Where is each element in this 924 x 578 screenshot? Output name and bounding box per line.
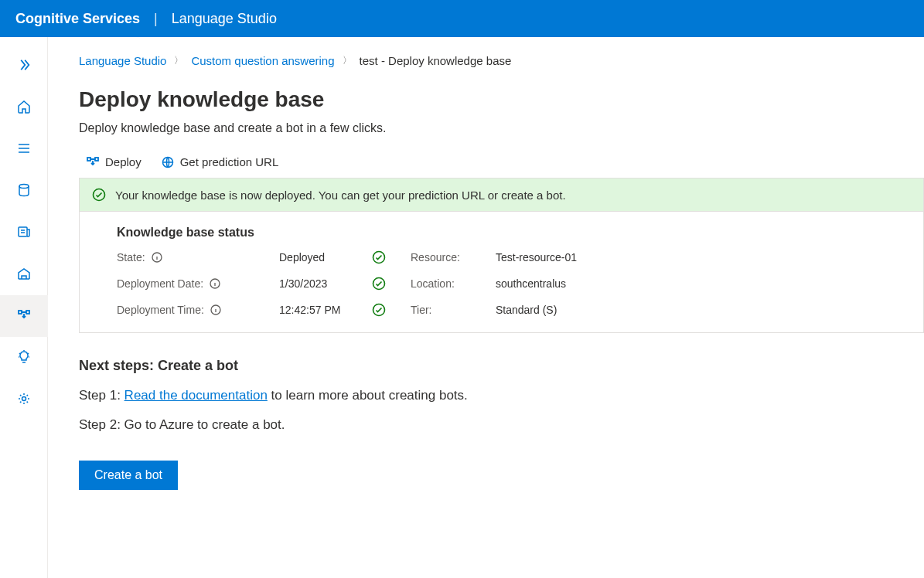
- sidebar-settings[interactable]: [0, 379, 48, 420]
- deploy-button[interactable]: Deploy: [87, 155, 141, 168]
- status-label: Tier:: [411, 304, 496, 316]
- sidebar-data[interactable]: [0, 170, 48, 212]
- deploy-label: Deploy: [105, 155, 141, 168]
- status-label: Deployment Date:: [117, 277, 279, 290]
- globe-icon: [162, 156, 174, 168]
- breadcrumb-link-cqa[interactable]: Custom question answering: [191, 54, 334, 67]
- sidebar-news[interactable]: [0, 212, 48, 253]
- chevron-right-icon: 〉: [343, 54, 352, 67]
- step-2: Step 2: Go to Azure to create a bot.: [79, 417, 924, 433]
- breadcrumb-current: test - Deploy knowledge base: [360, 54, 512, 67]
- status-label: Deployment Time:: [117, 304, 279, 316]
- sidebar: [0, 37, 48, 578]
- status-value: Standard (S): [496, 304, 886, 316]
- get-url-label: Get prediction URL: [180, 155, 279, 168]
- product-name[interactable]: Language Studio: [172, 11, 277, 27]
- separator: |: [154, 11, 158, 27]
- svg-rect-2: [19, 311, 22, 314]
- svg-point-4: [22, 396, 26, 400]
- chevron-expand-icon: [16, 57, 32, 75]
- sidebar-expand[interactable]: [0, 45, 48, 87]
- news-icon: [16, 224, 32, 242]
- status-label: Resource:: [411, 251, 496, 264]
- page-title: Deploy knowledge base: [79, 87, 924, 112]
- status-grid: State: Deployed Resource: Test-resource-…: [117, 250, 886, 317]
- status-card: Knowledge base status State: Deployed Re…: [79, 211, 924, 333]
- breadcrumb: Language Studio 〉 Custom question answer…: [79, 54, 924, 67]
- sidebar-deploy[interactable]: [0, 295, 48, 337]
- list-icon: [16, 141, 32, 158]
- sidebar-home[interactable]: [0, 87, 48, 128]
- building-icon: [16, 266, 32, 284]
- status-value: Test-resource-01: [496, 251, 886, 264]
- info-icon[interactable]: [210, 304, 221, 315]
- svg-rect-6: [95, 158, 98, 161]
- status-label: State:: [117, 251, 279, 264]
- sidebar-model[interactable]: [0, 253, 48, 295]
- check-circle-icon: [92, 188, 106, 202]
- lightbulb-icon: [16, 349, 32, 367]
- service-name[interactable]: Cognitive Services: [15, 11, 140, 27]
- get-prediction-url-button[interactable]: Get prediction URL: [162, 155, 279, 168]
- status-value: 1/30/2023: [279, 277, 372, 290]
- svg-rect-3: [26, 311, 29, 314]
- page-subtitle: Deploy knowledge base and create a bot i…: [79, 121, 924, 135]
- documentation-link[interactable]: Read the documentation: [124, 388, 268, 403]
- svg-rect-1: [19, 227, 27, 236]
- svg-rect-5: [87, 158, 90, 161]
- deploy-icon: [16, 308, 32, 325]
- main-content: Language Studio 〉 Custom question answer…: [48, 37, 924, 578]
- create-bot-button[interactable]: Create a bot: [79, 461, 178, 490]
- status-value: southcentralus: [496, 277, 886, 290]
- sidebar-list[interactable]: [0, 128, 48, 170]
- status-heading: Knowledge base status: [117, 226, 886, 240]
- status-value: Deployed: [279, 251, 372, 264]
- success-banner: Your knowledge base is now deployed. You…: [79, 178, 924, 211]
- info-icon[interactable]: [152, 252, 162, 263]
- banner-message: Your knowledge base is now deployed. You…: [115, 189, 566, 202]
- ok-icon: [372, 303, 411, 317]
- status-label: Location:: [411, 277, 496, 290]
- sidebar-ideas[interactable]: [0, 337, 48, 379]
- database-icon: [16, 182, 32, 200]
- step-1: Step 1: Read the documentation to learn …: [79, 388, 924, 403]
- svg-point-0: [19, 184, 29, 188]
- next-steps-heading: Next steps: Create a bot: [79, 358, 924, 374]
- breadcrumb-link-studio[interactable]: Language Studio: [79, 54, 166, 67]
- status-value: 12:42:57 PM: [279, 304, 372, 316]
- toolbar: Deploy Get prediction URL: [79, 152, 924, 178]
- home-icon: [16, 99, 32, 117]
- chevron-right-icon: 〉: [174, 54, 183, 67]
- top-bar: Cognitive Services | Language Studio: [0, 0, 924, 37]
- info-icon[interactable]: [210, 278, 220, 289]
- gear-icon: [16, 391, 32, 409]
- ok-icon: [372, 250, 411, 264]
- ok-icon: [372, 277, 411, 291]
- deploy-small-icon: [87, 156, 99, 168]
